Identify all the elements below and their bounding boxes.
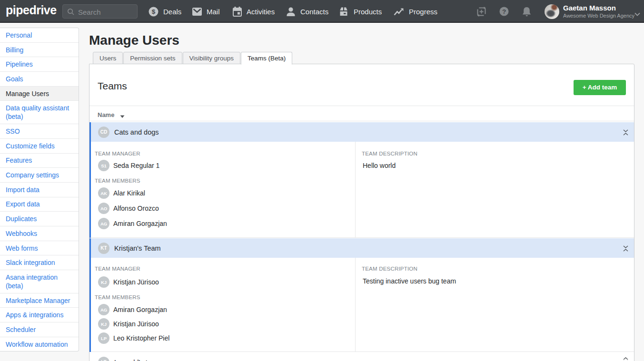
svg-text:?: ?: [502, 8, 506, 15]
svg-text:$: $: [152, 8, 156, 15]
